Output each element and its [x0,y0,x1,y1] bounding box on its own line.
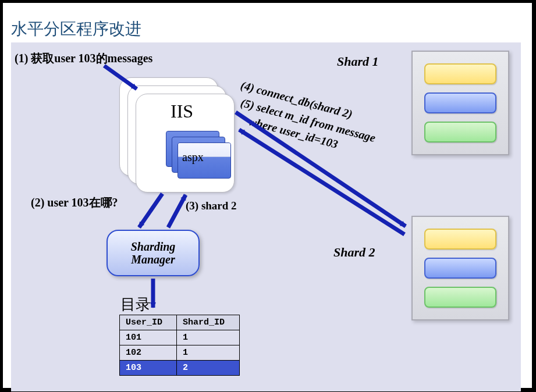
page-title: 水平分区程序改进 [11,18,141,40]
dir-cell-uid: 101 [120,330,177,345]
dir-cell-uid: 103 [120,361,177,376]
step-2-label: (2) user 103在哪? [31,195,118,211]
shard-2-row-icon-2 [424,258,496,279]
shard-1-row-icon-3 [424,122,496,142]
shard-1-row-icon-1 [424,63,496,84]
slide-inner: 水平分区程序改进 (1) 获取user 103的messages (2) use… [3,3,532,388]
shard-1-box [411,51,509,155]
sharding-manager-line1: Sharding [131,240,176,253]
dir-header-row: User_ID Shard_ID [120,315,240,330]
directory-label: 目录 [120,294,151,315]
sharding-manager-line2: Manager [131,253,175,266]
arrow-step2 [139,194,162,227]
arrow-step3 [168,195,186,227]
iis-label: IIS [171,101,193,122]
dir-header-uid: User_ID [120,315,177,330]
shard-1-label: Shard 1 [337,54,379,69]
dir-header-sid: Shard_ID [177,315,240,330]
sharding-manager-box: Sharding Manager [107,230,200,276]
shard-2-row-icon-1 [424,229,496,250]
diagram-canvas: (1) 获取user 103的messages (2) user 103在哪? … [11,42,521,391]
step-3-label: (3) shard 2 [186,199,237,212]
shard-2-label: Shard 2 [333,245,375,260]
dir-cell-sid: 1 [177,330,240,345]
table-row: 1021 [120,345,240,361]
dir-cell-uid: 102 [120,345,177,361]
shard-1-row-icon-2 [424,92,496,113]
aspx-label: aspx [182,151,204,164]
aspx-stack: aspx [166,131,236,183]
table-row: 1011 [120,330,240,345]
shard-2-box [411,216,509,320]
dir-cell-sid: 2 [177,361,240,376]
step-1-label: (1) 获取user 103的messages [15,51,152,66]
table-row: 1032 [120,361,240,376]
shard-2-row-icon-3 [424,287,496,308]
dir-cell-sid: 1 [177,345,240,361]
stage: 水平分区程序改进 (1) 获取user 103的messages (2) use… [0,0,536,392]
directory-table: User_ID Shard_ID 101110211032 [119,315,240,376]
iis-server-stack: IIS aspx [119,77,244,191]
